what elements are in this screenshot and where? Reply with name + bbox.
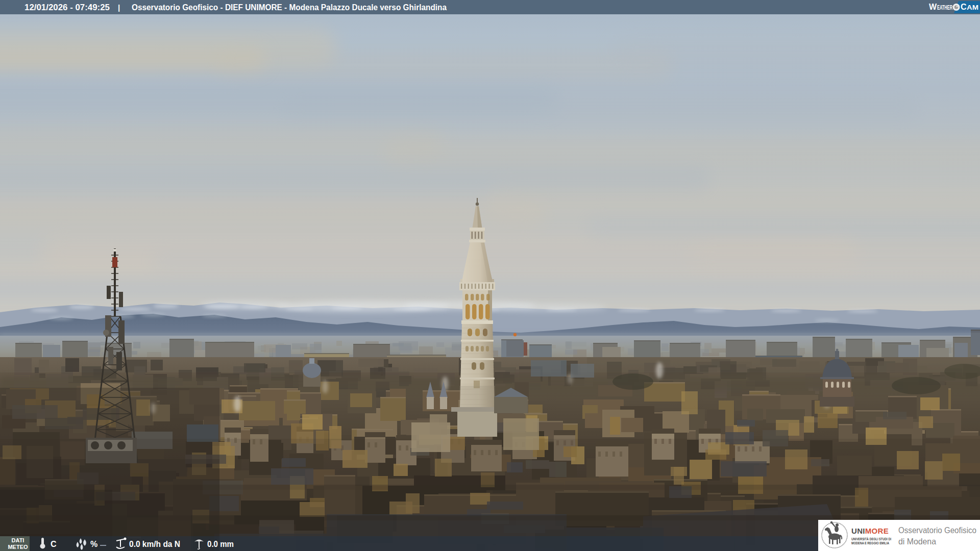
svg-text:|: | [118,3,120,12]
svg-text:UNIVERSITÀ DEGLI STUDI DI: UNIVERSITÀ DEGLI STUDI DI [851,537,891,541]
svg-text:12/01/2026 - 07:49:25: 12/01/2026 - 07:49:25 [24,3,110,12]
svg-text:C: C [51,540,57,548]
svg-text:%: % [90,540,97,548]
svg-text:W: W [929,3,937,11]
svg-text:METEO: METEO [8,544,28,550]
svg-text:UNIMORE: UNIMORE [851,527,889,535]
svg-text:EATHER: EATHER [937,4,952,11]
svg-text:DATI: DATI [12,537,24,543]
svg-text:0.0 mm: 0.0 mm [207,540,234,548]
svg-text:Osservatorio Geofisico: Osservatorio Geofisico [898,525,976,535]
svg-text:di Modena: di Modena [898,537,937,546]
svg-text:Osservatorio Geofisico - DIEF: Osservatorio Geofisico - DIEF UNIMORE - … [132,3,447,12]
svg-text:AM: AM [967,4,978,11]
svg-text:0.0 km/h da N: 0.0 km/h da N [129,540,180,548]
svg-text:MODENA E REGGIO EMILIA: MODENA E REGGIO EMILIA [851,541,889,545]
svg-text:C: C [961,3,967,11]
